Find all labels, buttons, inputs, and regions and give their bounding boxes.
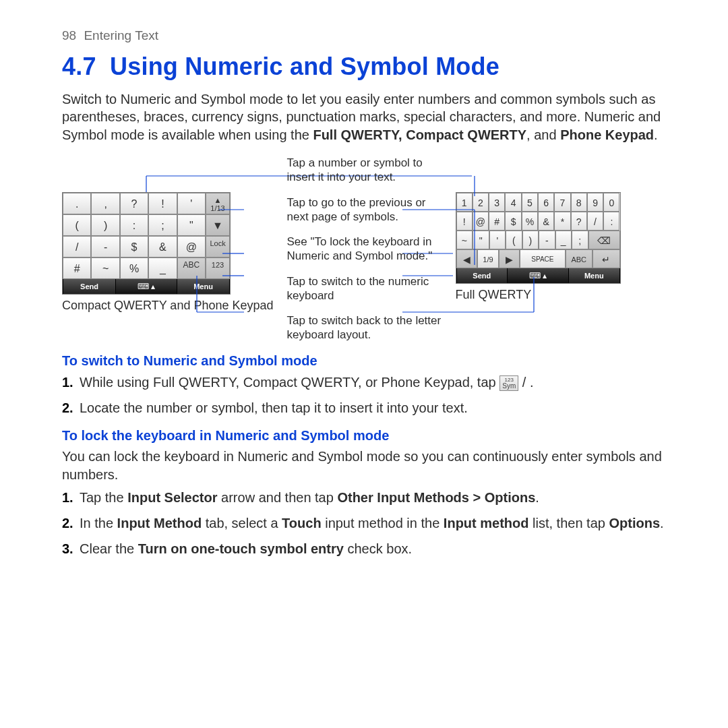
- key[interactable]: !: [456, 212, 473, 231]
- intro-paragraph: Switch to Numeric and Symbol mode to let…: [62, 90, 666, 144]
- full-label: Full QWERTY: [456, 288, 621, 302]
- key[interactable]: ?: [571, 212, 587, 231]
- enter-key[interactable]: ↵: [593, 249, 620, 268]
- key[interactable]: &: [538, 212, 554, 231]
- key[interactable]: .: [63, 193, 91, 214]
- page-number: 98: [62, 28, 76, 42]
- send-softkey[interactable]: Send: [456, 268, 508, 283]
- menu-softkey[interactable]: Menu: [568, 268, 620, 283]
- page-indicator: 1/9: [477, 249, 499, 268]
- key[interactable]: 5: [522, 193, 538, 212]
- key[interactable]: ": [473, 231, 489, 249]
- key[interactable]: 8: [571, 193, 587, 212]
- key[interactable]: 0: [603, 193, 619, 212]
- key[interactable]: %: [522, 212, 538, 231]
- key[interactable]: _: [148, 257, 177, 279]
- caption-insert: Tap a number or symbol to insert it into…: [287, 156, 442, 185]
- key[interactable]: ;: [572, 231, 588, 249]
- menu-softkey[interactable]: Menu: [177, 279, 230, 294]
- step: 1. Tap the Input Selector arrow and then…: [80, 488, 666, 507]
- step: 3. Clear the Turn on one-touch symbol en…: [80, 539, 666, 558]
- key[interactable]: ": [177, 214, 206, 236]
- compact-keypad: . , ? ! ' ▲1/13 ( ) : ; " ▼: [62, 192, 231, 295]
- backspace-key[interactable]: ⌫: [588, 231, 620, 249]
- breadcrumb: Entering Text: [84, 28, 158, 42]
- step: 1. While using Full QWERTY, Compact QWER…: [80, 373, 666, 392]
- figure-area: . , ? ! ' ▲1/13 ( ) : ; " ▼: [62, 156, 666, 342]
- key[interactable]: (: [63, 214, 91, 236]
- page-header: 98 Entering Text: [62, 28, 666, 43]
- send-softkey[interactable]: Send: [63, 279, 116, 294]
- key[interactable]: -: [539, 231, 555, 249]
- key[interactable]: ): [522, 231, 539, 249]
- key[interactable]: ~: [91, 257, 119, 279]
- input-selector[interactable]: ⌨ ▴: [116, 279, 177, 294]
- key[interactable]: %: [120, 257, 148, 279]
- key[interactable]: 4: [505, 193, 521, 212]
- key[interactable]: (: [506, 231, 522, 249]
- sub1-steps: 1. While using Full QWERTY, Compact QWER…: [62, 373, 666, 417]
- key[interactable]: 9: [587, 193, 603, 212]
- key[interactable]: 3: [489, 193, 505, 212]
- abc-key[interactable]: ABC: [566, 249, 593, 268]
- key[interactable]: $: [505, 212, 521, 231]
- key[interactable]: @: [177, 236, 206, 257]
- key[interactable]: ,: [91, 193, 119, 214]
- key[interactable]: /: [587, 212, 603, 231]
- key[interactable]: ): [91, 214, 119, 236]
- sub2-heading: To lock the keyboard in Numeric and Symb…: [62, 428, 666, 444]
- caption-abc: Tap to switch back to the letter keyboar…: [287, 313, 442, 342]
- callout-captions: Tap a number or symbol to insert it into…: [287, 156, 442, 342]
- sym-key-icon: 123Sym: [499, 375, 518, 391]
- key[interactable]: :: [603, 212, 619, 231]
- key[interactable]: ~: [456, 231, 473, 249]
- page-prev-key[interactable]: ◀: [456, 249, 478, 268]
- key[interactable]: *: [554, 212, 570, 231]
- key[interactable]: @: [473, 212, 489, 231]
- sub2-intro: You can lock the keyboard in Numeric and…: [62, 448, 666, 484]
- full-keypad: 1 2 3 4 5 6 7 8 9 0 ! @ #: [456, 192, 621, 284]
- caption-page: Tap to go to the previous or next page o…: [287, 195, 442, 224]
- key[interactable]: _: [555, 231, 572, 249]
- key[interactable]: #: [63, 257, 91, 279]
- key[interactable]: 2: [473, 193, 489, 212]
- caption-lock: See "To lock the keyboard in Numeric and…: [287, 235, 442, 264]
- key[interactable]: $: [120, 236, 148, 257]
- key[interactable]: /: [63, 236, 91, 257]
- page-up-key[interactable]: ▲1/13: [206, 193, 230, 214]
- sub1-heading: To switch to Numeric and Symbol mode: [62, 353, 666, 369]
- space-key[interactable]: SPACE: [520, 249, 565, 268]
- step: 2. In the Input Method tab, select a Tou…: [80, 514, 666, 533]
- sub2-steps: 1. Tap the Input Selector arrow and then…: [62, 488, 666, 558]
- numeric-key[interactable]: 123: [206, 257, 230, 279]
- key[interactable]: ': [489, 231, 506, 249]
- key[interactable]: 6: [538, 193, 554, 212]
- caption-numeric: Tap to switch to the numeric keyboard: [287, 274, 442, 303]
- key[interactable]: &: [148, 236, 177, 257]
- section-title: 4.7 Using Numeric and Symbol Mode: [62, 53, 666, 81]
- abc-key[interactable]: ABC: [177, 257, 206, 279]
- key[interactable]: :: [120, 214, 148, 236]
- key[interactable]: 1: [456, 193, 473, 212]
- key[interactable]: !: [148, 193, 177, 214]
- step: 2.Locate the number or symbol, then tap …: [80, 398, 666, 417]
- key[interactable]: #: [489, 212, 505, 231]
- key[interactable]: -: [91, 236, 119, 257]
- key[interactable]: ;: [148, 214, 177, 236]
- input-selector[interactable]: ⌨ ▴: [508, 268, 568, 283]
- key[interactable]: 7: [554, 193, 570, 212]
- key[interactable]: ?: [120, 193, 148, 214]
- lock-key[interactable]: Lock: [206, 236, 230, 257]
- page-down-key[interactable]: ▼: [206, 214, 230, 236]
- page-next-key[interactable]: ▶: [499, 249, 520, 268]
- compact-label: Compact QWERTY and Phone Keypad: [62, 299, 274, 313]
- key[interactable]: ': [177, 193, 206, 214]
